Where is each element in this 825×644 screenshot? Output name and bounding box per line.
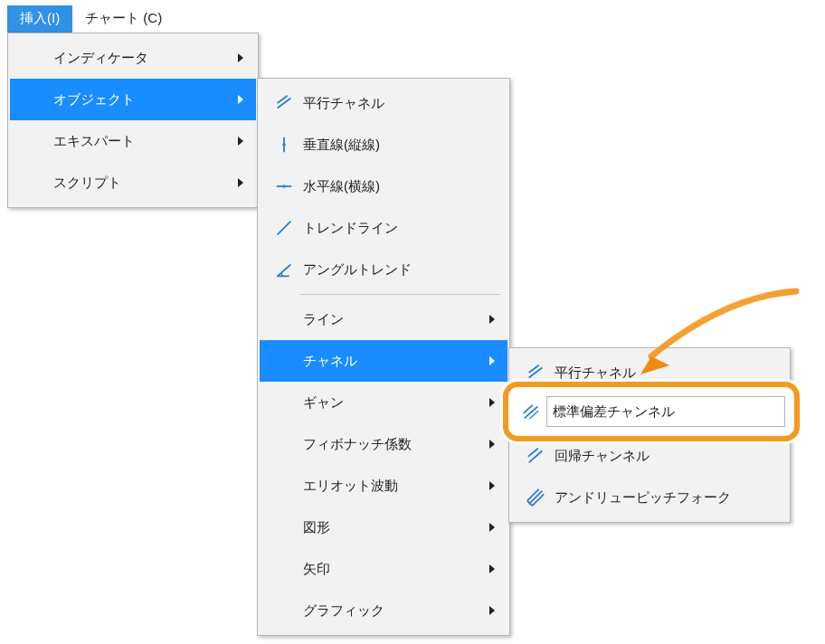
menu-item-andrews-pitchfork[interactable]: アンドリューピッチフォーク xyxy=(511,477,788,518)
andrews-pitchfork-icon xyxy=(518,488,553,507)
menu-item-label: アングルトレンド xyxy=(301,261,500,279)
menu-divider xyxy=(299,294,500,295)
svg-point-5 xyxy=(282,185,286,188)
vertical-line-icon xyxy=(267,135,301,155)
svg-line-7 xyxy=(278,265,291,277)
svg-line-20 xyxy=(525,407,538,419)
angle-trend-icon xyxy=(267,260,301,279)
menu-item-channel[interactable]: チャネル xyxy=(260,340,507,382)
menu-item-line[interactable]: ライン xyxy=(260,298,507,340)
submenu-arrow-icon xyxy=(484,314,500,325)
menu-item-label: フィボナッチ係数 xyxy=(301,436,484,453)
svg-line-0 xyxy=(278,99,291,109)
callout-arrow-icon xyxy=(624,288,805,387)
menu-item-elliott[interactable]: エリオット波動 xyxy=(260,465,507,507)
menu-item-label: エキスパート xyxy=(52,133,232,150)
svg-point-3 xyxy=(282,143,286,147)
trend-line-icon xyxy=(267,218,301,238)
menu-item-trend-line[interactable]: トレンドライン xyxy=(260,207,507,249)
submenu-arrow-icon xyxy=(484,480,500,491)
menubar-item-label: チャート (C) xyxy=(85,10,162,25)
submenu-arrow-icon xyxy=(232,52,249,63)
horizontal-line-icon xyxy=(267,176,301,196)
menu-item-parallel-channel[interactable]: 平行チャネル xyxy=(260,82,507,124)
menu-item-label: 矢印 xyxy=(301,561,484,578)
menu-item-label: トレンドライン xyxy=(301,220,500,237)
menu-item-label: ギャン xyxy=(301,394,484,412)
menu-item-label: 図形 xyxy=(301,519,484,536)
menu-item-label: 垂直線(縦線) xyxy=(301,137,500,154)
submenu-arrow-icon xyxy=(484,564,500,574)
submenu-arrow-icon xyxy=(484,355,500,366)
menubar: 挿入(I) チャート (C) xyxy=(7,5,175,33)
submenu-arrow-icon xyxy=(484,397,500,408)
menu-item-label: 回帰チャンネル xyxy=(553,448,781,465)
menu-item-label: スクリプト xyxy=(52,175,232,192)
menu-item-indicator[interactable]: インディケータ xyxy=(10,37,256,79)
menu-item-label: エリオット波動 xyxy=(301,478,484,495)
menu-item-label: 平行チャネル xyxy=(301,95,500,112)
menubar-item-chart[interactable]: チャート (C) xyxy=(72,5,175,33)
menu-item-fibonacci[interactable]: フィボナッチ係数 xyxy=(260,423,507,465)
menu-item-script[interactable]: スクリプト xyxy=(10,162,256,204)
menu-item-label: ライン xyxy=(301,311,484,328)
menu-object: 平行チャネル 垂直線(縦線) 水平線(横線) トレンドライン アングルトレンド … xyxy=(257,78,510,636)
stddev-channel-icon xyxy=(514,402,548,421)
parallel-channel-icon xyxy=(267,93,301,113)
menu-item-label: 水平線(横線) xyxy=(301,178,500,195)
submenu-arrow-icon xyxy=(484,439,500,450)
menu-item-label: チャネル xyxy=(301,353,484,370)
parallel-channel-icon xyxy=(518,363,553,383)
submenu-arrow-icon xyxy=(232,136,249,147)
menu-insert: インディケータ オブジェクト エキスパート スクリプト xyxy=(7,33,259,208)
menubar-item-insert[interactable]: 挿入(I) xyxy=(7,5,72,33)
callout-highlight: 標準偏差チャンネル xyxy=(503,382,800,441)
callout-inner: 標準偏差チャンネル xyxy=(546,396,785,427)
svg-line-14 xyxy=(529,451,543,463)
menu-item-horizontal-line[interactable]: 水平線(横線) xyxy=(260,166,507,207)
menu-item-arrows[interactable]: 矢印 xyxy=(260,548,507,590)
menu-item-expert[interactable]: エキスパート xyxy=(10,120,256,162)
callout-label: 標準偏差チャンネル xyxy=(553,403,675,421)
submenu-arrow-icon xyxy=(232,177,249,188)
menu-item-label: グラフィック xyxy=(301,602,484,620)
menu-item-gann[interactable]: ギャン xyxy=(260,382,507,423)
svg-line-9 xyxy=(529,368,543,378)
menu-item-vertical-line[interactable]: 垂直線(縦線) xyxy=(260,124,507,166)
regression-channel-icon xyxy=(518,446,553,466)
menubar-item-label: 挿入(I) xyxy=(20,10,60,25)
menu-item-graphics[interactable]: グラフィック xyxy=(260,590,507,631)
menu-item-object[interactable]: オブジェクト xyxy=(10,79,256,120)
menu-item-shapes[interactable]: 図形 xyxy=(260,507,507,548)
submenu-arrow-icon xyxy=(484,605,500,616)
submenu-arrow-icon xyxy=(232,94,249,105)
menu-item-angle-trend[interactable]: アングルトレンド xyxy=(260,249,507,290)
menu-item-label: インディケータ xyxy=(52,50,232,67)
menu-item-label: オブジェクト xyxy=(52,91,232,109)
submenu-arrow-icon xyxy=(484,522,500,533)
menu-item-label: アンドリューピッチフォーク xyxy=(553,489,781,507)
svg-line-6 xyxy=(278,222,291,235)
